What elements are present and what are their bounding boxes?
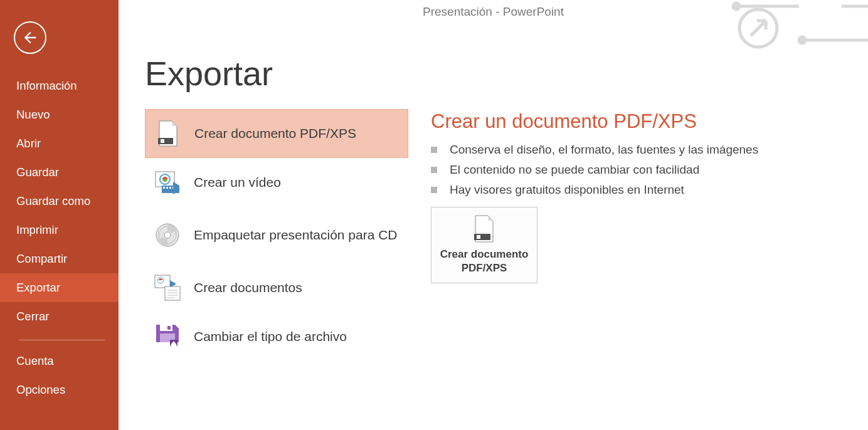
bullet-icon (431, 147, 437, 153)
sidebar-item-account[interactable]: Cuenta (0, 347, 119, 375)
svg-point-0 (733, 3, 739, 9)
decoration-graphic (730, 0, 868, 50)
svg-point-1 (739, 9, 777, 47)
detail-bullet: Hay visores gratuitos disponibles en Int… (431, 183, 760, 197)
bullet-icon (431, 167, 437, 173)
export-option-video[interactable]: Crear un vídeo (145, 158, 408, 207)
bullet-text: Conserva el diseño, el formato, las fuen… (450, 143, 758, 157)
cd-icon (152, 220, 183, 250)
export-option-label: Crear documentos (194, 279, 302, 296)
detail-bullet: El contenido no se puede cambiar con fac… (431, 163, 760, 177)
sidebar-divider (19, 340, 105, 340)
export-option-label: Cambiar el tipo de archivo (194, 328, 347, 345)
svg-rect-27 (477, 235, 480, 239)
svg-point-15 (164, 232, 171, 238)
content-area: Presentación - PowerPoint Exportar Crea (119, 0, 868, 430)
svg-rect-18 (165, 286, 180, 300)
detail-heading: Crear un documento PDF/XPS (431, 110, 760, 133)
svg-point-2 (799, 37, 805, 43)
back-button[interactable] (14, 21, 46, 54)
sidebar-item-saveas[interactable]: Guardar como (0, 187, 119, 216)
export-option-changetype[interactable]: Cambiar el tipo de archivo (145, 312, 408, 361)
export-detail-panel: Crear un documento PDF/XPS Conserva el d… (408, 109, 760, 361)
bullet-icon (431, 187, 437, 193)
svg-rect-16 (155, 275, 170, 288)
export-option-cd[interactable]: Empaquetar presentación para CD (145, 207, 408, 263)
sidebar-item-info[interactable]: Información (0, 71, 119, 100)
backstage-sidebar: Información Nuevo Abrir Guardar Guardar … (0, 0, 119, 430)
window-title: Presentación - PowerPoint (119, 5, 868, 19)
svg-rect-26 (474, 234, 490, 240)
sidebar-item-options[interactable]: Opciones (0, 375, 119, 404)
create-pdfxps-button[interactable]: Crear documento PDF/XPS (431, 207, 537, 283)
svg-rect-4 (161, 139, 164, 143)
pdf-icon (472, 215, 497, 243)
bullet-text: El contenido no se puede cambiar con fac… (450, 163, 699, 177)
pdf-icon (153, 118, 183, 149)
docs-icon (152, 273, 183, 303)
sidebar-item-share[interactable]: Compartir (0, 244, 119, 273)
sidebar-item-print[interactable]: Imprimir (0, 216, 119, 244)
sidebar-item-export[interactable]: Exportar (0, 273, 119, 302)
video-icon (152, 167, 183, 197)
detail-bullets: Conserva el diseño, el formato, las fuen… (431, 143, 760, 197)
button-label: Crear documento PDF/XPS (431, 248, 537, 275)
sidebar-item-open[interactable]: Abrir (0, 129, 119, 158)
arrow-left-icon (21, 29, 39, 46)
sidebar-menu: Información Nuevo Abrir Guardar Guardar … (0, 71, 119, 404)
sidebar-item-close[interactable]: Cerrar (0, 302, 119, 331)
saveas-icon (152, 322, 183, 352)
export-option-pdfxps[interactable]: Crear documento PDF/XPS (145, 109, 408, 158)
svg-rect-9 (166, 187, 168, 189)
svg-rect-3 (158, 138, 173, 144)
svg-rect-24 (167, 326, 171, 330)
detail-bullet: Conserva el diseño, el formato, las fuen… (431, 143, 760, 157)
bullet-text: Hay visores gratuitos disponibles en Int… (450, 183, 684, 197)
export-option-label: Crear documento PDF/XPS (194, 125, 356, 142)
sidebar-item-save[interactable]: Guardar (0, 158, 119, 187)
svg-rect-8 (163, 187, 165, 189)
export-option-label: Crear un vídeo (194, 174, 281, 191)
export-option-label: Empaquetar presentación para CD (194, 226, 398, 243)
export-option-docs[interactable]: Crear documentos (145, 263, 408, 312)
export-options-list: Crear documento PDF/XPS Crear un vídeo E… (145, 109, 408, 361)
page-title: Exportar (145, 54, 868, 93)
sidebar-item-new[interactable]: Nuevo (0, 100, 119, 129)
svg-rect-10 (169, 187, 171, 189)
